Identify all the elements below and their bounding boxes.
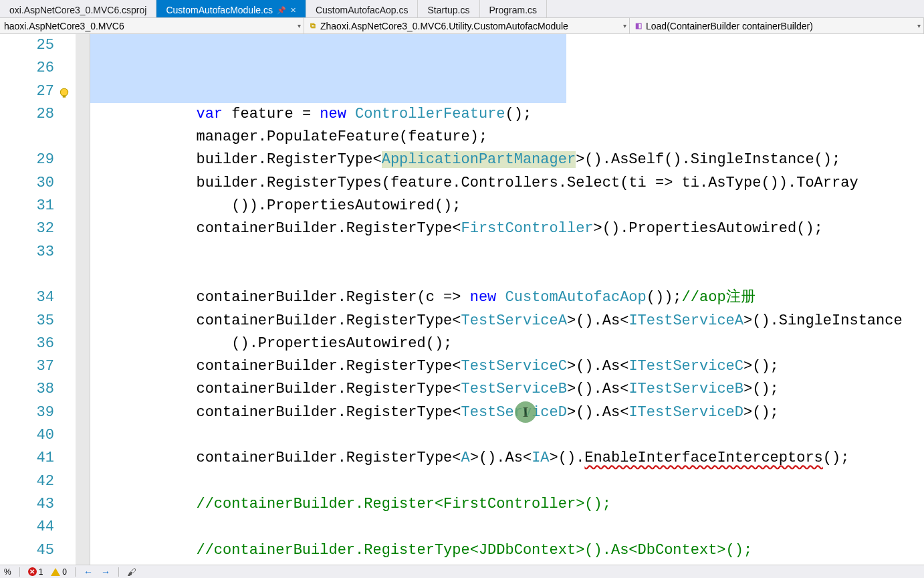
nav-class-label: Zhaoxi.AspNetCore3_0.MVC6.Utility.Custom… <box>320 21 568 31</box>
nav-forward-button[interactable]: → <box>101 567 110 577</box>
chevron-down-icon: ▾ <box>917 22 921 29</box>
code-line[interactable]: containerBuilder.Register(c => new Custo… <box>90 286 924 309</box>
code-line[interactable]: ().PropertiesAutowired(); <box>90 332 924 355</box>
file-tab[interactable]: Program.cs <box>480 0 548 17</box>
code-line[interactable]: containerBuilder.RegisterType<FirstContr… <box>90 217 924 240</box>
code-line[interactable]: containerBuilder.RegisterType<TestServic… <box>90 401 924 424</box>
lightbulb-icon[interactable] <box>58 84 70 96</box>
class-icon: ⧉ <box>308 21 318 31</box>
line-number: 36 <box>0 332 54 355</box>
file-tab-label: oxi.AspNetCore3_0.MVC6.csproj <box>9 5 146 15</box>
line-number: 43 <box>0 493 54 516</box>
code-editor[interactable]: 2526272829303132333435363738394041424344… <box>0 34 924 565</box>
chevron-down-icon: ▾ <box>623 22 626 29</box>
code-line[interactable]: var feature = new ControllerFeature(); <box>90 103 924 126</box>
cursor-indicator: I <box>515 401 536 423</box>
warning-count[interactable]: 0 <box>51 567 67 577</box>
file-tab-active[interactable]: CustomAutofacModule.cs 📌 ✕ <box>156 0 306 17</box>
separator <box>75 567 76 577</box>
code-line[interactable] <box>90 470 924 493</box>
error-count-value: 1 <box>39 567 43 577</box>
zoom-level[interactable]: % <box>4 567 11 577</box>
line-number: 40 <box>0 424 54 447</box>
line-number: 32 <box>0 217 54 240</box>
line-number: 42 <box>0 470 54 493</box>
navigation-bar: haoxi.AspNetCore3_0.MVC6 ▾ ⧉ Zhaoxi.AspN… <box>0 18 924 34</box>
warning-count-value: 0 <box>62 567 67 577</box>
line-number: 31 <box>0 195 54 217</box>
code-line[interactable]: ()).PropertiesAutowired(); <box>90 195 924 217</box>
file-tab-label: CustomAutofacAop.cs <box>316 5 409 15</box>
nav-namespace-label: haoxi.AspNetCore3_0.MVC6 <box>4 21 124 31</box>
code-line[interactable] <box>90 516 924 539</box>
separator <box>19 567 20 577</box>
code-line[interactable]: containerBuilder.RegisterType<A>().As<IA… <box>90 447 924 470</box>
brush-icon[interactable]: 🖌 <box>127 567 136 577</box>
file-tab-label: Startup.cs <box>427 5 469 15</box>
file-tab-strip: oxi.AspNetCore3_0.MVC6.csproj CustomAuto… <box>0 0 924 18</box>
line-number: 30 <box>0 172 54 195</box>
line-number: 38 <box>0 378 54 401</box>
line-number: 27 <box>0 80 54 103</box>
error-icon: ✕ <box>28 567 37 576</box>
code-content[interactable]: var feature = new ControllerFeature(); m… <box>90 34 924 565</box>
pin-icon[interactable]: 📌 <box>277 6 286 15</box>
method-icon: ◧ <box>634 21 643 31</box>
warning-icon <box>51 568 60 576</box>
code-line[interactable]: //containerBuilder.Register<FirstControl… <box>90 493 924 516</box>
line-number: 28 <box>0 103 54 126</box>
code-line[interactable]: manager.PopulateFeature(feature); <box>90 126 924 149</box>
code-line[interactable]: builder.RegisterType<ApplicationPartMana… <box>90 149 924 171</box>
status-bar: % ✕ 1 0 ← → 🖌 <box>0 565 924 578</box>
text-selection <box>90 34 566 103</box>
svg-point-0 <box>60 88 68 96</box>
file-tab[interactable]: CustomAutofacAop.cs <box>306 0 419 17</box>
line-number: 35 <box>0 310 54 332</box>
svg-rect-1 <box>63 95 66 97</box>
outline-margin[interactable] <box>76 34 90 565</box>
nav-member-dropdown[interactable]: ◧ Load(ContainerBuilder containerBuilder… <box>630 18 924 33</box>
line-number <box>0 264 54 286</box>
file-tab[interactable]: oxi.AspNetCore3_0.MVC6.csproj <box>0 0 156 17</box>
line-number: 29 <box>0 149 54 171</box>
nav-member-label: Load(ContainerBuilder containerBuilder) <box>646 21 813 31</box>
nav-namespace-dropdown[interactable]: haoxi.AspNetCore3_0.MVC6 ▾ <box>0 18 304 33</box>
separator <box>118 567 119 577</box>
line-number: 33 <box>0 241 54 264</box>
line-number <box>0 126 54 149</box>
code-line[interactable]: //containerBuilder.RegisterType<JDDbCont… <box>90 539 924 562</box>
close-icon[interactable]: ✕ <box>290 6 296 15</box>
line-number: 26 <box>0 57 54 80</box>
line-number: 34 <box>0 286 54 309</box>
code-line[interactable] <box>90 241 924 264</box>
file-tab-label: CustomAutofacModule.cs <box>166 5 273 15</box>
line-number-gutter: 2526272829303132333435363738394041424344… <box>0 34 64 565</box>
nav-class-dropdown[interactable]: ⧉ Zhaoxi.AspNetCore3_0.MVC6.Utility.Cust… <box>304 18 630 33</box>
code-line[interactable] <box>90 264 924 286</box>
error-count[interactable]: ✕ 1 <box>28 567 43 577</box>
code-line[interactable]: //containerBuilder.RegisterType<Category… <box>90 562 924 565</box>
chevron-down-icon: ▾ <box>298 22 301 29</box>
file-tab-label: Program.cs <box>489 5 538 15</box>
code-line[interactable]: containerBuilder.RegisterType<TestServic… <box>90 355 924 378</box>
line-number: 25 <box>0 34 54 57</box>
code-line[interactable]: containerBuilder.RegisterType<TestServic… <box>90 310 924 332</box>
nav-back-button[interactable]: ← <box>84 567 93 577</box>
line-number: 44 <box>0 516 54 539</box>
file-tab[interactable]: Startup.cs <box>418 0 479 17</box>
glyph-margin <box>64 34 76 565</box>
code-line[interactable] <box>90 424 924 447</box>
line-number: 39 <box>0 401 54 424</box>
code-line[interactable]: containerBuilder.RegisterType<TestServic… <box>90 378 924 401</box>
line-number: 37 <box>0 355 54 378</box>
code-line[interactable]: builder.RegisterTypes(feature.Controller… <box>90 172 924 195</box>
line-number: 41 <box>0 447 54 470</box>
line-number: 45 <box>0 539 54 562</box>
